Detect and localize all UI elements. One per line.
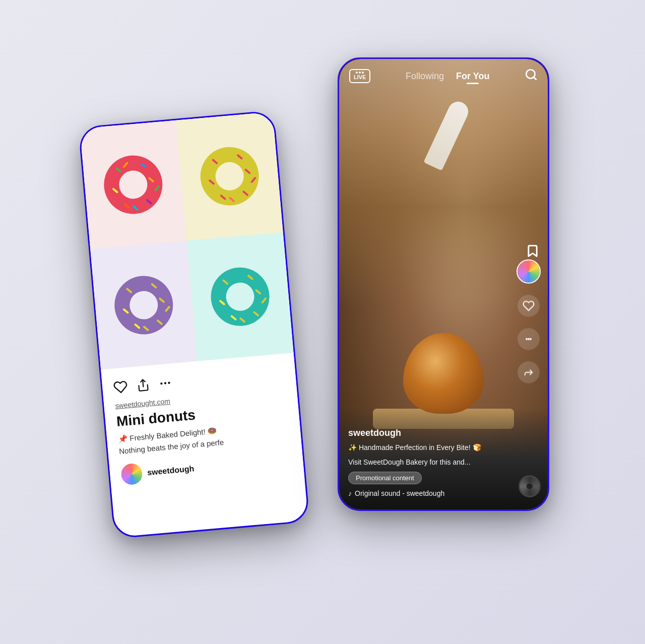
pink-donut-cell [80,120,186,249]
svg-point-48 [526,339,527,340]
creator-name: sweetdough [348,428,508,438]
live-label: LIVE [354,74,366,80]
bread-loaf [403,333,484,414]
tab-for-you[interactable]: For You [456,71,489,82]
video-caption-line1: ✨ Handmade Perfection in Every Bite! 🍞 [348,442,508,453]
music-note-icon: ♪ [348,489,352,497]
comment-circle [518,328,540,350]
share-icon[interactable] [136,378,150,392]
tiktok-header: LIVE Following For You [339,59,548,89]
creator-avatar [517,260,541,284]
phones-container: sweetdought.com Mini donuts 📌 Freshly Ba… [96,57,549,587]
svg-point-44 [168,381,170,384]
promo-tag: Promotional content [348,472,422,484]
pink-donut-svg [92,144,174,226]
card-content: sweetdought.com Mini donuts 📌 Freshly Ba… [101,353,305,497]
svg-line-41 [143,379,143,387]
search-icon[interactable] [525,68,538,84]
live-badge: LIVE [349,69,370,83]
yellow-donut-svg [188,135,271,217]
like-circle [518,295,540,317]
yellow-donut-cell [176,112,283,241]
teal-donut-svg [199,256,281,338]
more-icon[interactable] [158,376,172,390]
like-btn[interactable] [518,295,540,317]
pin-author: sweetdough [120,449,293,485]
sound-info: ♪ Original sound - sweetdough [348,489,508,497]
tiktok-actions [517,260,541,383]
phone-left: sweetdought.com Mini donuts 📌 Freshly Ba… [78,110,310,539]
bookmark-btn[interactable] [526,244,540,260]
video-caption-line2: Visit SweetDough Bakery for this and... [348,457,508,468]
phone-right: LIVE Following For You [338,57,549,511]
author-name: sweetdough [147,464,195,477]
sound-label: Original sound - sweetdough [355,489,444,497]
creator-avatar-btn[interactable] [517,260,541,284]
purple-donut-svg [103,264,185,346]
nav-tabs: Following For You [406,71,489,82]
svg-point-42 [160,382,163,385]
like-icon[interactable] [113,379,128,395]
purple-donut-cell [90,241,197,370]
share-circle [518,361,540,383]
tab-following[interactable]: Following [406,71,444,82]
teal-donut-cell [186,232,293,361]
donut-image-area [80,112,293,370]
svg-point-49 [530,339,531,340]
svg-point-43 [164,382,167,384]
svg-line-46 [534,77,536,80]
music-disc [519,475,541,497]
author-avatar [120,463,144,486]
tiktok-bottom: sweetdough ✨ Handmade Perfection in Ever… [339,428,518,509]
svg-point-47 [528,339,529,340]
comment-btn[interactable] [518,328,540,350]
share-btn[interactable] [518,361,540,383]
music-disc-inner [526,483,533,490]
